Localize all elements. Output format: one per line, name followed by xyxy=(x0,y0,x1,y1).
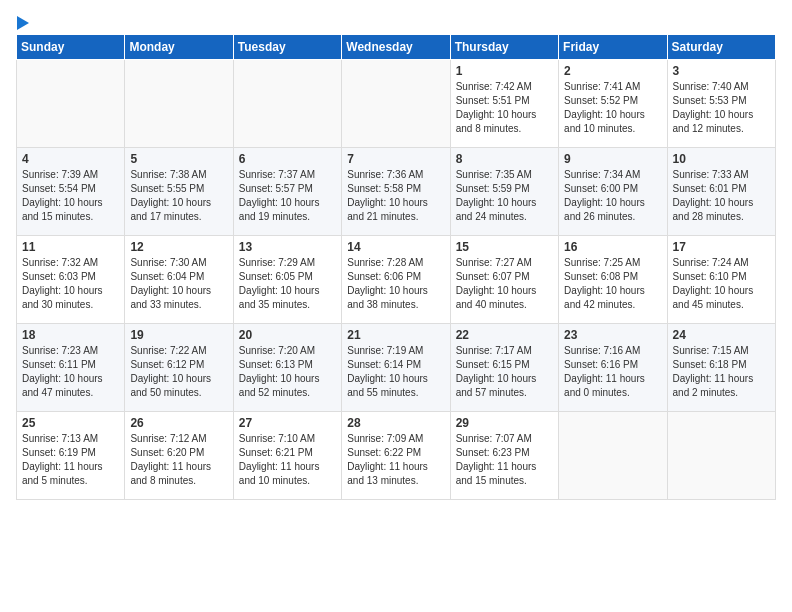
calendar-cell xyxy=(559,412,667,500)
calendar-cell: 14Sunrise: 7:28 AM Sunset: 6:06 PM Dayli… xyxy=(342,236,450,324)
calendar-cell: 12Sunrise: 7:30 AM Sunset: 6:04 PM Dayli… xyxy=(125,236,233,324)
calendar-cell xyxy=(667,412,775,500)
calendar-cell: 17Sunrise: 7:24 AM Sunset: 6:10 PM Dayli… xyxy=(667,236,775,324)
day-number: 16 xyxy=(564,240,661,254)
day-number: 14 xyxy=(347,240,444,254)
calendar-cell xyxy=(17,60,125,148)
day-number: 28 xyxy=(347,416,444,430)
day-number: 18 xyxy=(22,328,119,342)
calendar-cell: 22Sunrise: 7:17 AM Sunset: 6:15 PM Dayli… xyxy=(450,324,558,412)
calendar-cell xyxy=(125,60,233,148)
day-info: Sunrise: 7:13 AM Sunset: 6:19 PM Dayligh… xyxy=(22,432,119,488)
calendar-cell: 23Sunrise: 7:16 AM Sunset: 6:16 PM Dayli… xyxy=(559,324,667,412)
calendar-cell: 28Sunrise: 7:09 AM Sunset: 6:22 PM Dayli… xyxy=(342,412,450,500)
calendar-cell: 26Sunrise: 7:12 AM Sunset: 6:20 PM Dayli… xyxy=(125,412,233,500)
day-info: Sunrise: 7:17 AM Sunset: 6:15 PM Dayligh… xyxy=(456,344,553,400)
day-info: Sunrise: 7:34 AM Sunset: 6:00 PM Dayligh… xyxy=(564,168,661,224)
day-info: Sunrise: 7:32 AM Sunset: 6:03 PM Dayligh… xyxy=(22,256,119,312)
day-number: 8 xyxy=(456,152,553,166)
col-header-sunday: Sunday xyxy=(17,35,125,60)
day-number: 24 xyxy=(673,328,770,342)
day-info: Sunrise: 7:28 AM Sunset: 6:06 PM Dayligh… xyxy=(347,256,444,312)
page-header xyxy=(16,16,776,26)
calendar-cell: 5Sunrise: 7:38 AM Sunset: 5:55 PM Daylig… xyxy=(125,148,233,236)
day-info: Sunrise: 7:42 AM Sunset: 5:51 PM Dayligh… xyxy=(456,80,553,136)
day-info: Sunrise: 7:25 AM Sunset: 6:08 PM Dayligh… xyxy=(564,256,661,312)
day-info: Sunrise: 7:36 AM Sunset: 5:58 PM Dayligh… xyxy=(347,168,444,224)
calendar-cell: 25Sunrise: 7:13 AM Sunset: 6:19 PM Dayli… xyxy=(17,412,125,500)
day-number: 1 xyxy=(456,64,553,78)
day-info: Sunrise: 7:41 AM Sunset: 5:52 PM Dayligh… xyxy=(564,80,661,136)
calendar-cell: 15Sunrise: 7:27 AM Sunset: 6:07 PM Dayli… xyxy=(450,236,558,324)
day-info: Sunrise: 7:27 AM Sunset: 6:07 PM Dayligh… xyxy=(456,256,553,312)
day-number: 11 xyxy=(22,240,119,254)
calendar-table: SundayMondayTuesdayWednesdayThursdayFrid… xyxy=(16,34,776,500)
calendar-cell: 18Sunrise: 7:23 AM Sunset: 6:11 PM Dayli… xyxy=(17,324,125,412)
day-number: 20 xyxy=(239,328,336,342)
day-number: 17 xyxy=(673,240,770,254)
day-number: 15 xyxy=(456,240,553,254)
day-number: 22 xyxy=(456,328,553,342)
day-info: Sunrise: 7:22 AM Sunset: 6:12 PM Dayligh… xyxy=(130,344,227,400)
calendar-cell: 21Sunrise: 7:19 AM Sunset: 6:14 PM Dayli… xyxy=(342,324,450,412)
day-info: Sunrise: 7:38 AM Sunset: 5:55 PM Dayligh… xyxy=(130,168,227,224)
day-number: 26 xyxy=(130,416,227,430)
col-header-friday: Friday xyxy=(559,35,667,60)
calendar-cell: 3Sunrise: 7:40 AM Sunset: 5:53 PM Daylig… xyxy=(667,60,775,148)
day-number: 6 xyxy=(239,152,336,166)
day-number: 12 xyxy=(130,240,227,254)
calendar-cell: 6Sunrise: 7:37 AM Sunset: 5:57 PM Daylig… xyxy=(233,148,341,236)
calendar-cell: 27Sunrise: 7:10 AM Sunset: 6:21 PM Dayli… xyxy=(233,412,341,500)
col-header-wednesday: Wednesday xyxy=(342,35,450,60)
calendar-cell: 29Sunrise: 7:07 AM Sunset: 6:23 PM Dayli… xyxy=(450,412,558,500)
col-header-thursday: Thursday xyxy=(450,35,558,60)
day-info: Sunrise: 7:40 AM Sunset: 5:53 PM Dayligh… xyxy=(673,80,770,136)
col-header-tuesday: Tuesday xyxy=(233,35,341,60)
day-info: Sunrise: 7:07 AM Sunset: 6:23 PM Dayligh… xyxy=(456,432,553,488)
calendar-cell: 1Sunrise: 7:42 AM Sunset: 5:51 PM Daylig… xyxy=(450,60,558,148)
day-info: Sunrise: 7:19 AM Sunset: 6:14 PM Dayligh… xyxy=(347,344,444,400)
day-number: 7 xyxy=(347,152,444,166)
calendar-cell: 7Sunrise: 7:36 AM Sunset: 5:58 PM Daylig… xyxy=(342,148,450,236)
calendar-cell: 4Sunrise: 7:39 AM Sunset: 5:54 PM Daylig… xyxy=(17,148,125,236)
day-number: 2 xyxy=(564,64,661,78)
col-header-monday: Monday xyxy=(125,35,233,60)
day-info: Sunrise: 7:24 AM Sunset: 6:10 PM Dayligh… xyxy=(673,256,770,312)
logo xyxy=(16,16,31,26)
day-number: 4 xyxy=(22,152,119,166)
day-info: Sunrise: 7:10 AM Sunset: 6:21 PM Dayligh… xyxy=(239,432,336,488)
day-number: 27 xyxy=(239,416,336,430)
calendar-cell: 24Sunrise: 7:15 AM Sunset: 6:18 PM Dayli… xyxy=(667,324,775,412)
day-number: 10 xyxy=(673,152,770,166)
day-number: 29 xyxy=(456,416,553,430)
day-info: Sunrise: 7:33 AM Sunset: 6:01 PM Dayligh… xyxy=(673,168,770,224)
col-header-saturday: Saturday xyxy=(667,35,775,60)
day-info: Sunrise: 7:29 AM Sunset: 6:05 PM Dayligh… xyxy=(239,256,336,312)
calendar-cell: 16Sunrise: 7:25 AM Sunset: 6:08 PM Dayli… xyxy=(559,236,667,324)
day-info: Sunrise: 7:16 AM Sunset: 6:16 PM Dayligh… xyxy=(564,344,661,400)
calendar-cell: 9Sunrise: 7:34 AM Sunset: 6:00 PM Daylig… xyxy=(559,148,667,236)
day-info: Sunrise: 7:09 AM Sunset: 6:22 PM Dayligh… xyxy=(347,432,444,488)
calendar-cell: 19Sunrise: 7:22 AM Sunset: 6:12 PM Dayli… xyxy=(125,324,233,412)
day-info: Sunrise: 7:37 AM Sunset: 5:57 PM Dayligh… xyxy=(239,168,336,224)
day-info: Sunrise: 7:39 AM Sunset: 5:54 PM Dayligh… xyxy=(22,168,119,224)
calendar-cell: 2Sunrise: 7:41 AM Sunset: 5:52 PM Daylig… xyxy=(559,60,667,148)
calendar-cell: 20Sunrise: 7:20 AM Sunset: 6:13 PM Dayli… xyxy=(233,324,341,412)
day-number: 19 xyxy=(130,328,227,342)
day-info: Sunrise: 7:23 AM Sunset: 6:11 PM Dayligh… xyxy=(22,344,119,400)
calendar-cell xyxy=(233,60,341,148)
calendar-cell: 11Sunrise: 7:32 AM Sunset: 6:03 PM Dayli… xyxy=(17,236,125,324)
day-info: Sunrise: 7:15 AM Sunset: 6:18 PM Dayligh… xyxy=(673,344,770,400)
day-number: 21 xyxy=(347,328,444,342)
day-number: 9 xyxy=(564,152,661,166)
day-number: 23 xyxy=(564,328,661,342)
calendar-cell: 8Sunrise: 7:35 AM Sunset: 5:59 PM Daylig… xyxy=(450,148,558,236)
day-number: 5 xyxy=(130,152,227,166)
day-info: Sunrise: 7:35 AM Sunset: 5:59 PM Dayligh… xyxy=(456,168,553,224)
calendar-cell: 13Sunrise: 7:29 AM Sunset: 6:05 PM Dayli… xyxy=(233,236,341,324)
day-number: 25 xyxy=(22,416,119,430)
day-info: Sunrise: 7:30 AM Sunset: 6:04 PM Dayligh… xyxy=(130,256,227,312)
day-number: 3 xyxy=(673,64,770,78)
logo-arrow-icon xyxy=(17,16,29,30)
day-info: Sunrise: 7:20 AM Sunset: 6:13 PM Dayligh… xyxy=(239,344,336,400)
